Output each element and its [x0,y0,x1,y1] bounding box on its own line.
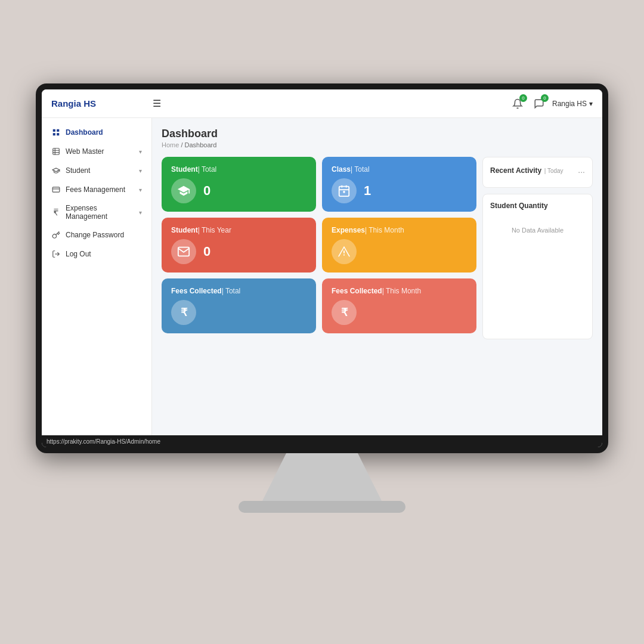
student-quantity-header: Student Quantity [490,202,585,210]
sidebar-item-web-master[interactable]: Web Master ▾ [42,142,151,161]
chevron-down-icon-4: ▾ [139,209,142,216]
card-title-student-total: Student| Total [171,165,306,174]
card-content-fees-total: ₹ [171,300,306,325]
content-row: Student| Total [162,157,593,339]
status-bar: https://prakity.com/Rangia-HS/Admin/home [42,435,602,447]
notifications-button[interactable]: 0 [509,95,526,112]
sidebar-label-student: Student [66,166,134,175]
student-quantity-panel: Student Quantity No Data Available [482,194,593,339]
card-student-total[interactable]: Student| Total [162,157,316,212]
monitor-base [239,501,405,513]
chevron-down-icon-3: ▾ [139,187,142,193]
breadcrumb-current: Dashboard [185,141,217,148]
breadcrumb: Home / Dashboard [162,141,593,148]
grid-icon [51,128,61,137]
header-right: 0 0 Rangia HS ▾ [509,95,593,112]
header: Rangia HS ☰ 0 [42,89,602,118]
globe-icon [51,147,61,156]
sidebar-item-student[interactable]: Student ▾ [42,161,151,180]
sidebar-item-expenses-management[interactable]: Expenses Management ▾ [42,199,151,225]
messages-button[interactable]: 0 [531,95,547,112]
card-student-this-year[interactable]: Student| This Year [162,218,316,273]
chevron-down-icon: ▾ [139,148,142,155]
card-content-student-total: 0 [171,178,306,203]
sidebar: Dashboard Web Master [42,118,152,435]
sidebar-item-fees-management[interactable]: Fees Management ▾ [42,180,151,199]
sidebar-item-change-password[interactable]: Change Password [42,225,151,244]
card-expenses-month[interactable]: Expenses| This Month [322,218,476,273]
sidebar-label-change-password: Change Password [66,231,142,239]
card-title-fees-total: Fees Collected| Total [171,287,306,295]
svg-rect-2 [53,133,55,135]
notifications-badge: 0 [519,94,527,102]
card-content-student-year: 0 [171,239,306,264]
menu-toggle-button[interactable]: ☰ [153,98,509,109]
user-menu-button[interactable]: Rangia HS ▾ [552,100,593,108]
card-fees-total[interactable]: Fees Collected| Total ₹ [162,278,316,333]
recent-activity-header: Recent Activity | Today ... [490,165,585,175]
card-content-expenses-month [332,239,467,264]
sidebar-label-log-out: Log Out [66,250,142,258]
monitor-inner: Rangia HS ☰ 0 [42,89,602,447]
sign-out-icon [51,249,61,259]
card-value-student-total: 0 [203,183,210,199]
svg-rect-4 [53,148,60,155]
svg-rect-1 [57,129,59,132]
card-fees-month[interactable]: Fees Collected| This Month ₹ [322,278,476,333]
card-title-expenses-month: Expenses| This Month [332,226,467,234]
chevron-down-icon-2: ▾ [139,168,142,174]
app-logo: Rangia HS [51,98,153,109]
sidebar-label-web-master: Web Master [66,147,134,156]
svg-rect-8 [52,187,60,192]
graduation-cap-icon [51,166,61,175]
card-title-class-total: Class| Total [332,165,467,174]
recent-activity-panel: Recent Activity | Today ... [482,157,593,188]
url-bar: https://prakity.com/Rangia-HS/Admin/home [47,438,160,445]
below-header: Dashboard Web Master [42,118,602,435]
cards-section: Student| Total [162,157,476,339]
sidebar-label-fees-management: Fees Management [66,185,134,194]
dropdown-icon: ▾ [589,100,593,108]
svg-rect-3 [57,133,59,135]
sidebar-label-dashboard: Dashboard [66,128,142,137]
card-content-fees-month: ₹ [332,300,467,325]
monitor-stand [262,453,382,501]
key-icon [51,230,61,240]
student-quantity-title: Student Quantity [490,202,548,210]
breadcrumb-home[interactable]: Home [162,141,179,148]
monitor-screen: Rangia HS ☰ 0 [36,83,608,453]
main-content: Dashboard Home / Dashboard [152,118,602,435]
rupee-icon-card-1: ₹ [171,300,196,325]
monitor: Rangia HS ☰ 0 [36,83,608,489]
svg-rect-0 [53,129,55,132]
user-label: Rangia HS [552,100,587,108]
right-panel: Recent Activity | Today ... [482,157,593,339]
graduation-cap-icon-card [171,178,196,203]
messages-badge: 0 [541,94,549,102]
rupee-icon-card-2: ₹ [332,300,357,325]
no-data-label: No Data Available [490,215,585,246]
mail-icon-card [171,239,196,264]
sidebar-item-log-out[interactable]: Log Out [42,244,151,264]
id-card-icon [51,185,61,194]
calendar-icon-card [332,178,357,203]
recent-activity-title: Recent Activity | Today [490,165,564,175]
card-value-student-year: 0 [203,244,210,259]
cards-grid: Student| Total [162,157,476,333]
sidebar-label-expenses-management: Expenses Management [66,204,134,221]
recent-activity-menu[interactable]: ... [578,165,585,175]
card-content-class-total: 1 [332,178,467,203]
warning-icon-card [332,239,357,264]
card-title-fees-month: Fees Collected| This Month [332,287,467,295]
card-class-total[interactable]: Class| Total [322,157,476,212]
card-title-student-year: Student| This Year [171,226,306,234]
sidebar-item-dashboard[interactable]: Dashboard [42,123,151,142]
rupee-icon [51,208,61,217]
page-title: Dashboard [162,128,593,140]
card-value-class-total: 1 [364,183,371,199]
